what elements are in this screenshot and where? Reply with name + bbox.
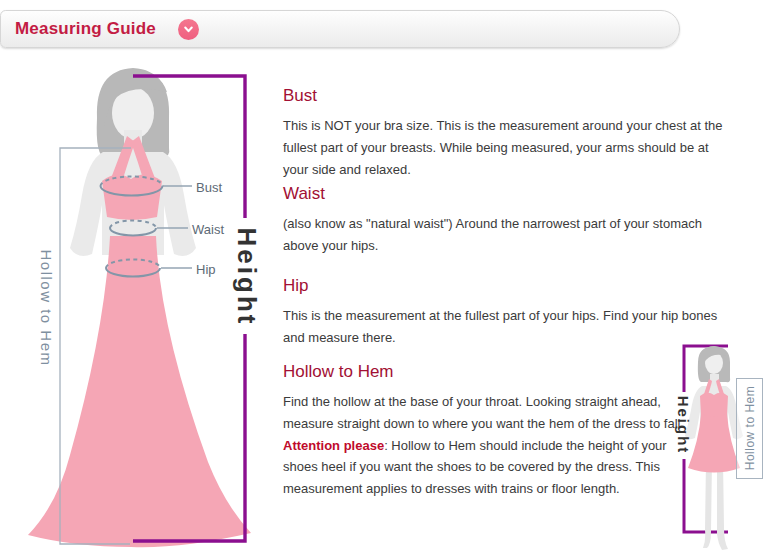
section-bust: Bust This is NOT your bra size. This is … (283, 86, 735, 180)
hollow-description-part1: Find the hollow at the base of your thro… (283, 394, 684, 431)
large-figure-illustration (28, 68, 251, 547)
hollow-to-hem-heading: Hollow to Hem (283, 362, 695, 382)
waist-callout-label: Waist (192, 222, 224, 237)
hollow-to-hem-description: Find the hollow at the base of your thro… (283, 391, 695, 500)
waist-description: (also know as "natural waist") Around th… (283, 213, 735, 257)
hollow-to-hem-label-large: Hollow to Hem (38, 249, 55, 366)
bust-heading: Bust (283, 86, 735, 106)
section-hip: Hip This is the measurement at the fulle… (283, 276, 735, 349)
section-waist: Waist (also know as "natural waist") Aro… (283, 184, 735, 257)
section-hollow-to-hem: Hollow to Hem Find the hollow at the bas… (283, 362, 695, 500)
waist-heading: Waist (283, 184, 735, 204)
hip-callout-label: Hip (196, 262, 216, 277)
hip-description: This is the measurement at the fullest p… (283, 305, 735, 349)
hip-heading: Hip (283, 276, 735, 296)
hollow-to-hem-label-small: Hollow to Hem (743, 386, 757, 471)
bust-callout-label: Bust (196, 180, 222, 195)
bust-description: This is NOT your bra size. This is the m… (283, 115, 735, 180)
measuring-guide-page: { "header": { "title": "Measuring Guide"… (0, 0, 778, 553)
attention-please-label: Attention please (283, 438, 384, 453)
height-label-large: Height (231, 228, 262, 327)
